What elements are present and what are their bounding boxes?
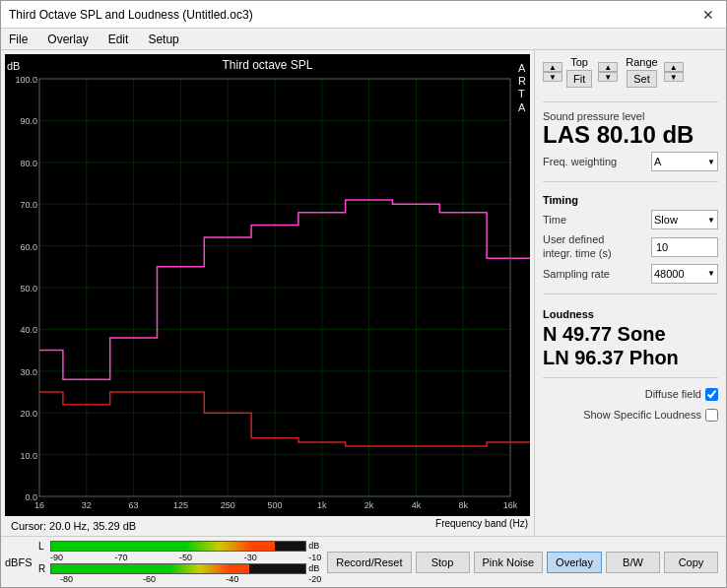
range-label-group: Range Set bbox=[626, 56, 657, 88]
range-label: Range bbox=[626, 56, 657, 68]
level-label-20: -20 bbox=[308, 574, 321, 584]
diffuse-field-label: Diffuse field bbox=[645, 388, 701, 400]
level-label-60: -60 bbox=[143, 574, 156, 584]
bw-button[interactable]: B/W bbox=[606, 552, 660, 573]
time-label: Time bbox=[543, 214, 566, 226]
top-up-btn[interactable]: ▲ bbox=[543, 62, 562, 72]
range-spinners: ▲ ▼ bbox=[664, 62, 684, 82]
sampling-rate-arrow: ▼ bbox=[707, 269, 715, 278]
loudness-n-value: N 49.77 Sone bbox=[543, 322, 718, 346]
top-down-btn[interactable]: ▼ bbox=[543, 72, 562, 82]
fit-up-btn[interactable]: ▲ bbox=[598, 62, 618, 72]
bottom-buttons: Record/Reset Stop Pink Noise Overlay B/W… bbox=[327, 552, 722, 573]
cursor-info: Cursor: 20.0 Hz, 35.29 dB bbox=[7, 518, 136, 532]
divider-3 bbox=[543, 294, 718, 294]
top-label-group: Top Fit bbox=[566, 56, 592, 88]
spl-section: Sound pressure level LAS 80.10 dB Freq. … bbox=[543, 110, 718, 173]
l-meter-track bbox=[50, 541, 306, 552]
meter-upper-row: L dB bbox=[38, 541, 323, 552]
meter-wrapper: L dB -90 -70 -50 -30 -10 bbox=[38, 541, 323, 584]
range-down-btn[interactable]: ▼ bbox=[664, 72, 684, 82]
level-label-90: -90 bbox=[50, 553, 63, 562]
top-label: Top bbox=[570, 56, 588, 68]
chart-title: Third octave SPL bbox=[222, 58, 312, 72]
sampling-rate-row: Sampling rate 48000 ▼ bbox=[543, 264, 718, 284]
level-label-70: -70 bbox=[115, 553, 128, 562]
time-value: Slow bbox=[654, 214, 678, 226]
menu-file[interactable]: File bbox=[5, 32, 32, 47]
chart-area: Third octave SPL dB ARTA Cursor: 20.0 Hz… bbox=[1, 50, 534, 536]
top-control-group: ▲ ▼ Top Fit ▲ ▼ bbox=[543, 56, 618, 88]
chart-yaxis-label: dB bbox=[7, 60, 20, 72]
sampling-rate-dropdown[interactable]: 48000 ▼ bbox=[651, 264, 718, 284]
chart-arta-label: ARTA bbox=[518, 62, 526, 114]
level-label-30: -30 bbox=[244, 553, 257, 562]
diffuse-field-checkbox[interactable] bbox=[705, 388, 718, 401]
bottom-bar: dBFS L dB -90 -70 -50 -30 bbox=[1, 536, 726, 587]
title-bar: Third Octave SPL and Loudness (Untitled.… bbox=[1, 1, 726, 29]
divider-4 bbox=[543, 377, 718, 378]
menu-setup[interactable]: Setup bbox=[144, 32, 182, 47]
chart-container: Third octave SPL dB ARTA bbox=[5, 54, 530, 516]
time-row: Time Slow ▼ bbox=[543, 210, 718, 229]
chart-canvas bbox=[5, 54, 530, 516]
level-label-50: -50 bbox=[179, 553, 192, 562]
freq-band-label: Frequency band (Hz) bbox=[435, 518, 528, 532]
record-reset-button[interactable]: Record/Reset bbox=[327, 552, 411, 573]
main-content: Third octave SPL dB ARTA Cursor: 20.0 Hz… bbox=[1, 50, 726, 536]
main-window: Third Octave SPL and Loudness (Untitled.… bbox=[0, 0, 727, 588]
db-label-2: dB bbox=[308, 563, 323, 573]
time-dropdown[interactable]: Slow ▼ bbox=[651, 210, 718, 229]
level-scale-bot: -80 -60 -40 -20 bbox=[38, 574, 323, 584]
freq-weighting-row: Freq. weighting A ▼ bbox=[543, 152, 718, 171]
sampling-rate-value: 48000 bbox=[654, 268, 685, 280]
level-scale-top: -90 -70 -50 -30 -10 bbox=[38, 553, 323, 562]
top-spinners: ▲ ▼ bbox=[543, 62, 562, 82]
l-meter-bg bbox=[50, 541, 306, 552]
top-range-controls: ▲ ▼ Top Fit ▲ ▼ Range Set bbox=[543, 56, 718, 88]
copy-button[interactable]: Copy bbox=[664, 552, 718, 573]
show-specific-row: Show Specific Loudness bbox=[543, 409, 718, 422]
overlay-button[interactable]: Overlay bbox=[547, 552, 602, 573]
range-up-btn[interactable]: ▲ bbox=[664, 62, 684, 72]
set-button[interactable]: Set bbox=[627, 70, 657, 88]
menu-edit[interactable]: Edit bbox=[104, 32, 133, 47]
meter-lower-row: R dB bbox=[38, 563, 323, 574]
fit-button[interactable]: Fit bbox=[566, 70, 592, 88]
l-channel-label: L bbox=[38, 541, 48, 552]
range-control-group: Range Set ▲ ▼ bbox=[626, 56, 683, 88]
loudness-ln-value: LN 96.37 Phon bbox=[543, 346, 718, 369]
timing-section: Timing Time Slow ▼ User defined integr. … bbox=[543, 190, 718, 285]
stop-button[interactable]: Stop bbox=[416, 552, 470, 573]
diffuse-field-row: Diffuse field bbox=[543, 388, 718, 401]
r-meter-fill bbox=[51, 564, 249, 573]
fit-down-btn[interactable]: ▼ bbox=[598, 72, 618, 82]
r-meter-bg bbox=[50, 563, 306, 574]
dbfs-label: dBFS bbox=[5, 556, 34, 568]
r-channel-label: R bbox=[38, 563, 48, 574]
show-specific-label: Show Specific Loudness bbox=[583, 409, 701, 421]
top-fit-spinners: ▲ ▼ bbox=[598, 62, 618, 82]
level-meters: dBFS L dB -90 -70 -50 -30 bbox=[5, 539, 722, 585]
pink-noise-button[interactable]: Pink Noise bbox=[474, 552, 544, 573]
menu-bar: File Overlay Edit Setup bbox=[1, 29, 726, 50]
right-panel: ▲ ▼ Top Fit ▲ ▼ Range Set bbox=[534, 50, 726, 536]
level-label-10: -10 bbox=[308, 553, 321, 562]
timing-section-label: Timing bbox=[543, 194, 718, 206]
show-specific-checkbox[interactable] bbox=[705, 409, 718, 422]
r-meter-track bbox=[50, 563, 306, 574]
window-title: Third Octave SPL and Loudness (Untitled.… bbox=[9, 8, 253, 22]
sampling-rate-label: Sampling rate bbox=[543, 268, 610, 280]
user-defined-input[interactable] bbox=[651, 237, 718, 257]
close-button[interactable]: ✕ bbox=[698, 5, 718, 25]
l-meter-fill bbox=[51, 542, 275, 551]
freq-weighting-value: A bbox=[654, 156, 661, 167]
db-label-1: dB bbox=[308, 541, 323, 551]
level-label-80: -80 bbox=[60, 574, 73, 584]
divider-1 bbox=[543, 101, 718, 102]
freq-weighting-arrow: ▼ bbox=[707, 158, 715, 166]
menu-overlay[interactable]: Overlay bbox=[43, 32, 92, 47]
user-defined-row: User defined integr. time (s) bbox=[543, 233, 718, 259]
freq-weighting-dropdown[interactable]: A ▼ bbox=[651, 152, 718, 171]
freq-weighting-label: Freq. weighting bbox=[543, 156, 617, 167]
